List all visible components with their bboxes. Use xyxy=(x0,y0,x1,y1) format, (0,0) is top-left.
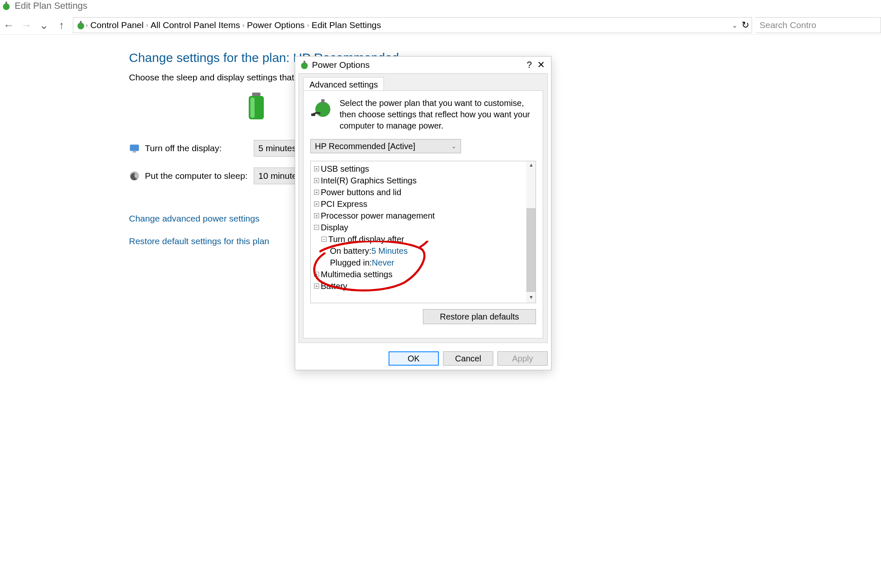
on-battery-value: 5 Minutes xyxy=(371,245,408,257)
chevron-right-icon: › xyxy=(86,22,88,28)
tree-node-processor[interactable]: +Processor power management xyxy=(314,210,525,222)
tree-node-display[interactable]: −Display xyxy=(314,222,525,233)
svg-point-2 xyxy=(77,23,84,29)
power-options-icon xyxy=(76,20,86,30)
help-button[interactable]: ? xyxy=(523,59,535,70)
nav-history-button[interactable]: ⌄ xyxy=(37,18,51,32)
scroll-down-icon[interactable]: ▾ xyxy=(526,294,536,303)
tree-node-turn-off-display[interactable]: −Turn off display after xyxy=(322,233,525,245)
svg-rect-11 xyxy=(304,61,305,63)
dropdown-value: HP Recommended [Active] xyxy=(315,142,415,151)
svg-rect-3 xyxy=(80,21,82,23)
ok-button[interactable]: OK xyxy=(389,351,439,366)
dialog-buttons: OK Cancel Apply xyxy=(299,351,548,366)
tree-node-multimedia[interactable]: +Multimedia settings xyxy=(314,268,525,280)
chevron-right-icon: › xyxy=(146,22,148,28)
dialog-titlebar: Power Options ? ✕ xyxy=(295,57,551,73)
breadcrumb[interactable]: All Control Panel Items xyxy=(151,20,240,30)
close-button[interactable]: ✕ xyxy=(535,59,547,70)
svg-rect-7 xyxy=(130,144,139,151)
dialog-intro-text: Select the power plan that you want to c… xyxy=(340,98,536,132)
heading-prefix: Change settings for the plan: xyxy=(129,51,293,64)
cancel-button[interactable]: Cancel xyxy=(443,351,493,366)
breadcrumb[interactable]: Power Options xyxy=(247,20,305,30)
tree-node-battery[interactable]: +Battery xyxy=(314,280,525,292)
tab-page: Select the power plan that you want to c… xyxy=(303,90,543,338)
power-options-icon xyxy=(299,60,309,70)
sleep-icon xyxy=(129,170,140,181)
power-options-dialog: Power Options ? ✕ Advanced settings Sele… xyxy=(295,56,551,370)
tree-value-on-battery[interactable]: On battery: 5 Minutes xyxy=(330,245,525,257)
refresh-icon[interactable]: ↻ xyxy=(742,20,749,31)
scroll-up-icon[interactable]: ▴ xyxy=(526,161,536,170)
search-input[interactable]: Search Contro xyxy=(755,17,881,33)
chevron-right-icon: › xyxy=(242,22,245,28)
scrollbar-thumb[interactable] xyxy=(526,208,536,292)
dialog-body: Advanced settings Select the power plan … xyxy=(299,73,548,343)
nav-back-button[interactable]: ← xyxy=(2,18,16,32)
display-icon xyxy=(129,143,140,154)
svg-point-0 xyxy=(3,3,10,10)
dropdown-value: 5 minutes xyxy=(258,143,296,153)
svg-rect-6 xyxy=(250,98,255,118)
address-dropdown-icon[interactable]: ⌄ xyxy=(732,21,737,29)
dialog-title: Power Options xyxy=(312,60,370,70)
tree-node-usb[interactable]: +USB settings xyxy=(314,163,525,175)
svg-point-10 xyxy=(301,62,308,69)
restore-plan-defaults-button[interactable]: Restore plan defaults xyxy=(423,309,536,324)
window-title-text: Edit Plan Settings xyxy=(15,0,88,11)
breadcrumb[interactable]: Edit Plan Settings xyxy=(312,20,381,30)
svg-point-12 xyxy=(315,102,330,117)
address-bar[interactable]: › Control Panel › All Control Panel Item… xyxy=(73,17,752,33)
on-battery-label: On battery: xyxy=(330,245,371,257)
sleep-label: Put the computer to sleep: xyxy=(145,171,254,181)
svg-rect-4 xyxy=(252,93,260,96)
power-plan-dropdown[interactable]: HP Recommended [Active] ⌄ xyxy=(310,139,461,153)
tree-value-plugged-in[interactable]: Plugged in: Never xyxy=(330,257,525,268)
tree-node-intel-graphics[interactable]: +Intel(R) Graphics Settings xyxy=(314,175,525,186)
plugged-in-value: Never xyxy=(372,257,394,268)
plugged-in-label: Plugged in: xyxy=(330,257,372,268)
window-title: Edit Plan Settings xyxy=(1,0,88,11)
tree-node-power-buttons[interactable]: +Power buttons and lid xyxy=(314,186,525,198)
power-plan-icon xyxy=(310,98,332,132)
svg-rect-1 xyxy=(5,2,7,4)
settings-tree: +USB settings +Intel(R) Graphics Setting… xyxy=(310,161,536,303)
battery-icon xyxy=(246,93,266,121)
svg-rect-14 xyxy=(311,113,315,116)
svg-rect-13 xyxy=(321,99,325,103)
nav-forward-button[interactable]: → xyxy=(19,18,33,32)
turn-off-display-label: Turn off the display: xyxy=(145,143,254,153)
explorer-toolbar: ← → ⌄ ↑ › Control Panel › All Control Pa… xyxy=(0,17,881,34)
tree-scrollbar[interactable]: ▴ ▾ xyxy=(526,161,536,303)
chevron-right-icon: › xyxy=(307,22,309,28)
search-placeholder: Search Contro xyxy=(760,20,816,30)
svg-rect-8 xyxy=(133,152,137,152)
chevron-down-icon: ⌄ xyxy=(451,143,456,150)
nav-up-button[interactable]: ↑ xyxy=(54,18,69,32)
apply-button[interactable]: Apply xyxy=(497,351,548,366)
tree-node-pci-express[interactable]: +PCI Express xyxy=(314,198,525,210)
breadcrumb[interactable]: Control Panel xyxy=(90,20,144,30)
power-options-icon xyxy=(1,1,11,11)
